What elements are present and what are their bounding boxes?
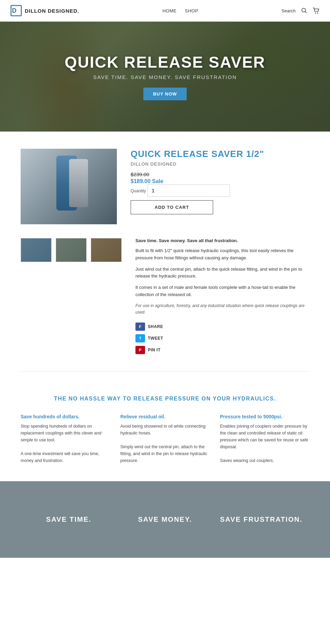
feature-title-1: Save hundreds of dollars. [21, 414, 110, 419]
logo-icon: D [10, 5, 22, 16]
svg-point-5 [317, 13, 318, 14]
desc-italic: For use in agriculture, forestry, and an… [135, 303, 309, 316]
banner-text-3: SAVE FRUSTRATION. [220, 516, 302, 523]
search-label: Search [282, 8, 296, 13]
feature-text-2: Avoid being showered in oil while connec… [120, 423, 210, 464]
pinterest-icon: P [135, 346, 145, 354]
product-title: QUICK RELEASE SAVER 1/2" [131, 149, 309, 159]
product-section: QUICK RELEASE SAVER 1/2" DILLON DESIGNED… [0, 132, 330, 238]
features-section: THE NO HASSLE WAY TO RELEASE PRESSURE ON… [0, 382, 330, 481]
facebook-share-button[interactable]: f SHARE [135, 323, 309, 331]
quantity-label: Quantity [131, 189, 146, 193]
add-to-cart-button[interactable]: ADD TO CART [131, 200, 213, 214]
nav-shop[interactable]: SHOP [185, 8, 198, 13]
hero-buy-now-button[interactable]: BUY NOW [143, 88, 187, 100]
feature-item-2: Relieve residual oil. Avoid being shower… [120, 414, 210, 464]
cart-button[interactable] [313, 8, 320, 14]
feature-title-2: Relieve residual oil. [120, 414, 210, 419]
feature-text-3: Enables joining of couplers under pressu… [220, 423, 309, 464]
banner-item-2: SAVE MONEY. [117, 509, 213, 530]
svg-line-3 [305, 12, 307, 13]
social-share: f SHARE t TWEET P PIN IT [135, 323, 309, 354]
svg-point-2 [302, 8, 306, 12]
twitter-icon: t [135, 334, 145, 342]
desc-para-1: Built to fit with 1/2" quick release hyd… [135, 247, 309, 262]
quantity-input[interactable] [147, 184, 230, 197]
hero-section: QUICK RELEASE SAVER SAVE TIME. SAVE MONE… [0, 22, 330, 132]
desc-para-2: Just wind out the central pin, attach to… [135, 266, 309, 280]
main-nav: HOME SHOP [163, 8, 198, 13]
pinterest-share-button[interactable]: P PIN IT [135, 346, 309, 354]
banner-text-1: SAVE TIME. [46, 516, 91, 523]
thumbnails-column [21, 238, 122, 262]
thumbnail-3[interactable] [91, 238, 122, 262]
desc-para-3: It comes in a set of male and female too… [135, 284, 309, 298]
product-description: Save time. Save money. Save all that fru… [135, 238, 309, 354]
desc-tagline: Save time. Save money. Save all that fru… [135, 238, 309, 243]
facebook-icon: f [135, 323, 145, 331]
share-label: SHARE [148, 324, 163, 329]
search-icon [301, 8, 307, 14]
banner-section: SAVE TIME. SAVE MONEY. SAVE FRUSTRATION. [0, 481, 330, 558]
feature-text-1: Stop spending hundreds of dollars on rep… [21, 423, 110, 464]
cart-icon [313, 8, 320, 14]
header-right: Search [282, 8, 320, 14]
nav-home[interactable]: HOME [163, 8, 177, 13]
svg-point-4 [315, 13, 316, 14]
pin-label: PIN IT [148, 348, 161, 352]
hero-content: QUICK RELEASE SAVER SAVE TIME. SAVE MONE… [65, 53, 265, 100]
thumbnails-row [21, 238, 122, 262]
logo[interactable]: D DILLON DESIGNED. [10, 5, 79, 16]
product-sale-price: $189.00 Sale [131, 178, 309, 184]
svg-text:D: D [12, 7, 16, 14]
product-brand: DILLON DESIGNED [131, 161, 309, 167]
banner-item-3: SAVE FRUSTRATION. [213, 509, 309, 530]
features-grid: Save hundreds of dollars. Stop spending … [21, 414, 309, 464]
search-button[interactable] [301, 8, 307, 14]
thumbnail-1[interactable] [21, 238, 52, 262]
feature-item-1: Save hundreds of dollars. Stop spending … [21, 414, 110, 464]
product-original-price: $239.00 [131, 171, 309, 177]
banner-text-2: SAVE MONEY. [138, 516, 192, 523]
hero-title: QUICK RELEASE SAVER [65, 53, 265, 71]
product-info: QUICK RELEASE SAVER 1/2" DILLON DESIGNED… [131, 149, 309, 214]
feature-title-3: Pressure tested to 5000psi. [220, 414, 309, 419]
product-main-image [21, 149, 117, 224]
hero-subtitle: SAVE TIME. SAVE MONEY. SAVE FRUSTRATION [65, 74, 265, 80]
site-header: D DILLON DESIGNED. HOME SHOP Search [0, 0, 330, 22]
banner-item-1: SAVE TIME. [21, 509, 117, 530]
twitter-share-button[interactable]: t TWEET [135, 334, 309, 342]
thumbnail-2[interactable] [56, 238, 87, 262]
logo-text: DILLON DESIGNED. [25, 8, 79, 14]
tweet-label: TWEET [148, 336, 163, 341]
feature-item-3: Pressure tested to 5000psi. Enables join… [220, 414, 309, 464]
section-divider [21, 371, 309, 372]
features-headline: THE NO HASSLE WAY TO RELEASE PRESSURE ON… [21, 396, 309, 402]
thumbnails-desc-row: Save time. Save money. Save all that fru… [0, 238, 330, 361]
